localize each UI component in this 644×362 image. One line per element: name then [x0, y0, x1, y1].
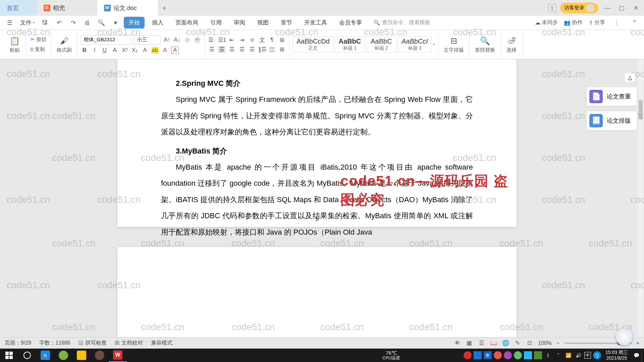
menu-tab-pagelayout[interactable]: 页面布局 [171, 17, 203, 28]
tray-icon-8[interactable] [534, 351, 542, 359]
taskbar-browser[interactable] [54, 349, 72, 362]
zoom-out-button[interactable]: − [556, 340, 559, 346]
subscript-button[interactable]: X₂ [131, 47, 139, 54]
taskbar-clock[interactable]: 15:03 周三 2021/8/25 [602, 350, 631, 361]
phonetic-icon[interactable]: ㊥ [194, 36, 201, 44]
status-proofread[interactable]: ☒文档校对 [115, 340, 143, 347]
show-desktop-button[interactable] [641, 349, 644, 362]
cpu-temp-widget[interactable]: 76℃ CPU温度 [382, 350, 400, 361]
menu-tab-review[interactable]: 审阅 [229, 17, 250, 28]
web-view-icon[interactable]: 🌐 [502, 340, 509, 347]
bluetooth-icon[interactable]: ᛒ [544, 351, 552, 359]
tray-expand-icon[interactable]: ˄ [554, 351, 562, 359]
read-view-icon[interactable]: 📖 [490, 340, 497, 347]
paper-layout-button[interactable]: 📃 论文排版 [586, 111, 637, 130]
tab-add-button[interactable]: + [158, 3, 171, 13]
bullets-icon[interactable]: ☰· [208, 37, 215, 44]
side-collapse-button[interactable]: △ [625, 73, 635, 82]
assistant-bubble[interactable] [616, 328, 633, 345]
tray-icon-1[interactable] [464, 351, 472, 359]
shading-icon[interactable]: ◫ [268, 46, 276, 53]
numbering-icon[interactable]: ☰1 [218, 37, 225, 44]
fit-zoom-icon[interactable]: ⊡ [526, 340, 533, 347]
menu-tab-devtools[interactable]: 开发工具 [300, 17, 332, 28]
tray-icon-5[interactable] [504, 351, 512, 359]
menu-tab-insert[interactable]: 插入 [147, 17, 168, 28]
italic-button[interactable]: I [91, 47, 98, 54]
underline-button[interactable]: U [101, 47, 108, 54]
paste-button[interactable]: 📋 粘贴 [7, 36, 22, 53]
zoom-in-button[interactable]: + [636, 340, 639, 346]
taskbar-explorer[interactable] [72, 349, 91, 362]
paper-check-button[interactable]: 📄 论文查重 [586, 87, 637, 106]
document-page-next[interactable] [117, 247, 517, 348]
increase-font-icon[interactable]: A↑ [163, 37, 171, 43]
text-layout-button[interactable]: ⊟文字排版 [442, 36, 466, 53]
text-direction-icon[interactable]: 文 [258, 36, 266, 44]
borders-icon[interactable]: ⊞ [278, 46, 286, 53]
tray-icon-2[interactable] [474, 351, 482, 359]
command-search[interactable]: 🔍 查找命令、搜索模板 [373, 19, 430, 26]
hamburger-icon[interactable]: ☰ [4, 17, 15, 28]
menu-tab-reference[interactable]: 引用 [206, 17, 226, 28]
volume-icon[interactable]: 🔊 [574, 351, 582, 359]
superscript-button[interactable]: X² [121, 47, 128, 54]
styles-more-icon[interactable]: ▾ [433, 43, 435, 46]
eye-icon[interactable]: 👁 [453, 340, 461, 347]
menu-tab-start[interactable]: 开始 [124, 17, 145, 28]
decrease-font-icon[interactable]: A↓ [173, 37, 181, 43]
start-button[interactable] [0, 349, 18, 362]
strikethrough-button[interactable]: A̶ [111, 47, 118, 54]
tab-document[interactable]: 论文.doc [97, 0, 158, 16]
menu-tab-chapter[interactable]: 章节 [276, 17, 297, 28]
sync-status[interactable]: ☁未同步 [535, 19, 558, 26]
tab-home[interactable]: 首页 [0, 0, 37, 16]
more-icon[interactable]: ⋮ [611, 17, 623, 28]
align-right-icon[interactable]: ☰ [228, 46, 235, 53]
menu-tab-member[interactable]: 会员专享 [334, 17, 367, 28]
style-heading3[interactable]: AaBbCcI标题 3 [398, 37, 432, 52]
text-effects-button[interactable]: A [141, 47, 149, 54]
show-marks-icon[interactable]: ⊞ [278, 37, 286, 44]
align-center-icon[interactable]: ☰ [218, 46, 225, 53]
taskbar-ie[interactable]: e [36, 349, 54, 362]
maximize-button[interactable]: ▢ [616, 3, 627, 13]
cortana-button[interactable] [18, 349, 36, 362]
status-wordcount[interactable]: 字数：11686 [39, 340, 70, 347]
annotate-icon[interactable]: ✎ [514, 340, 521, 347]
line-spacing-icon[interactable]: ‖☰ [258, 46, 266, 53]
collapse-ribbon-icon[interactable]: ⌃ [629, 17, 640, 28]
page-view-icon[interactable]: ▦ [466, 340, 473, 347]
status-spellcheck[interactable]: ☑拼写检查 [78, 340, 107, 347]
login-button[interactable]: 访客登录 [560, 3, 598, 13]
scrollbar-thumb[interactable] [639, 100, 643, 120]
distribute-icon[interactable]: ☰ [248, 46, 256, 53]
cut-button[interactable]: ✂剪切 [29, 36, 48, 44]
print-preview-icon[interactable]: 🔍 [96, 17, 107, 28]
tray-icon-7[interactable] [524, 351, 532, 359]
redo-icon[interactable]: ↷ [67, 17, 79, 28]
copy-button[interactable]: ⎘复制 [29, 46, 48, 53]
tray-icon-6[interactable] [514, 351, 522, 359]
style-heading1[interactable]: AaBbC标题 1 [335, 37, 365, 52]
taskbar-wps[interactable]: W [109, 349, 127, 362]
document-page[interactable]: 2.Spring MVC 简介 Spring MVC 属于 Spring Fra… [117, 59, 517, 227]
wifi-icon[interactable]: 📶 [564, 351, 572, 359]
decrease-indent-icon[interactable]: ⇤ [228, 37, 235, 44]
print-icon[interactable]: 🖨 [82, 17, 93, 28]
sort-icon[interactable]: ⤮ [248, 37, 256, 44]
status-page[interactable]: 页面：9/29 [5, 340, 31, 347]
style-normal[interactable]: AaBbCcDd正文 [293, 37, 333, 52]
zoom-level[interactable]: 100% [538, 340, 552, 346]
vertical-scrollbar[interactable] [638, 59, 643, 337]
justify-icon[interactable]: ☰ [238, 46, 246, 53]
action-center-icon[interactable]: 💬 [632, 351, 640, 359]
format-painter-button[interactable]: 🖌 格式刷 [55, 36, 74, 53]
share-button[interactable]: ⇪分享 [589, 19, 605, 26]
increase-indent-icon[interactable]: ⇥ [238, 37, 246, 44]
tray-icon-4[interactable] [494, 351, 502, 359]
highlight-button[interactable]: ab [151, 47, 159, 54]
close-button[interactable]: ✕ [631, 3, 641, 13]
tab-daoke[interactable]: 稻壳 [37, 0, 97, 16]
font-size-select[interactable]: 小三 [134, 35, 161, 45]
